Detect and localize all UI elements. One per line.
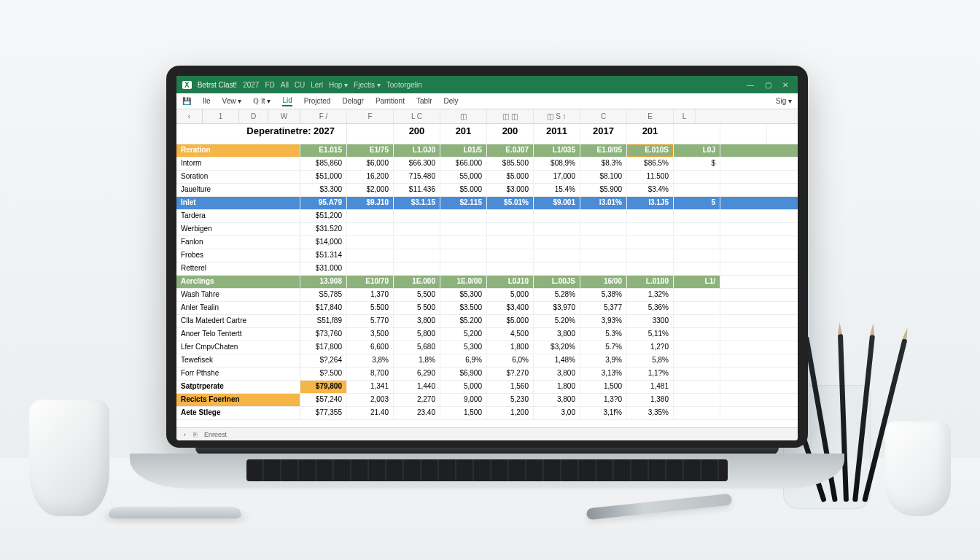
cell[interactable]: $31.520 [300,223,347,236]
cell[interactable]: 3,800 [534,328,580,341]
cell[interactable]: 3,9% [580,354,627,367]
cell[interactable]: 3300 [627,315,674,327]
cell[interactable]: L.00JS [534,276,580,288]
cell[interactable]: $ [674,158,720,170]
cell[interactable]: 5.3% [580,328,627,341]
cell[interactable]: 1,2?0 [627,341,674,354]
cell[interactable]: $2,000 [347,184,394,196]
cell[interactable] [487,236,534,249]
table-row[interactable]: Soration$51,00016,200715.48055,000$5.000… [176,171,798,184]
cell[interactable]: 8,700 [347,368,394,380]
cell[interactable]: $5.000 [487,315,534,327]
cell[interactable]: $3.1.15 [394,197,440,209]
cell[interactable]: 6,9% [440,354,487,367]
cell[interactable]: $9.J10 [347,197,394,209]
cell[interactable]: 3,00 [534,407,580,419]
cell[interactable] [674,315,720,327]
cell[interactable] [347,236,394,249]
cell[interactable]: 5,11% [627,328,674,341]
ribbon-tab[interactable]: Delagr [342,97,363,105]
cell[interactable]: 1,1?% [627,368,674,380]
cell[interactable]: $?.500 [300,368,347,380]
cell[interactable]: 17,000 [534,171,580,183]
cell[interactable] [674,289,720,301]
cell[interactable]: 1,370 [347,289,394,301]
title-part[interactable]: FD [265,81,274,89]
cell[interactable]: 1,380 [627,394,674,406]
cell[interactable]: 5,36% [627,302,674,314]
cell[interactable] [627,236,674,249]
cell[interactable]: 5,500 [394,289,440,301]
cell[interactable] [534,223,580,236]
cell[interactable] [580,249,627,262]
cell[interactable]: 95.A79 [300,197,347,209]
cell[interactable]: 1,800 [487,341,534,354]
title-part[interactable]: CU [295,81,305,89]
cell[interactable] [674,407,720,419]
cell[interactable]: $5.000 [487,171,534,183]
cell[interactable]: L1/035 [534,144,580,157]
cell[interactable]: $3,970 [534,302,580,314]
cell[interactable]: $6,900 [440,368,487,380]
cell[interactable] [627,223,674,236]
cell[interactable] [487,210,534,222]
cell[interactable]: 15.4% [534,184,580,196]
cell[interactable]: 1,500 [440,407,487,419]
cell[interactable] [674,328,720,341]
col-letter[interactable]: C [580,109,627,123]
ribbon-tab[interactable]: Tablr [416,97,432,105]
cell[interactable]: 1,800 [534,381,580,393]
cell[interactable]: L01/5 [440,144,487,157]
cell[interactable]: 3,93% [580,315,627,327]
table-row[interactable]: Retterel$31.000 [176,262,798,276]
title-part[interactable]: Fjectis ▾ [354,81,381,89]
cell[interactable] [674,223,720,236]
cell[interactable] [674,368,720,380]
cell[interactable]: 5,200 [440,328,487,341]
cell[interactable] [394,236,440,249]
cell[interactable]: 5,300 [440,341,487,354]
cell[interactable]: 2,270 [394,394,440,406]
cell[interactable]: E.010S [627,144,674,157]
cell[interactable] [580,210,627,222]
cell[interactable]: $08,9% [534,158,580,170]
table-row[interactable]: Anler Tealin$17,8405.5005 500$3.500$3,40… [176,302,798,315]
col-letter[interactable]: E [627,109,674,123]
cell[interactable]: 16/00 [580,276,627,288]
cell[interactable]: $5.000 [440,184,487,196]
col-letter[interactable]: F / [300,109,347,123]
cell[interactable] [394,262,440,275]
cell[interactable]: $5.900 [580,184,627,196]
cell[interactable]: 3,8% [347,354,394,367]
cell[interactable]: $5.01% [487,197,534,209]
cell[interactable]: L1/ [674,276,720,288]
ribbon-tab[interactable]: Vew ▾ [222,97,242,105]
cell[interactable]: $73,760 [300,328,347,341]
cell[interactable] [674,171,720,183]
cell[interactable] [627,262,674,275]
cell[interactable]: $11.436 [394,184,440,196]
table-row[interactable]: Satptrperate$79,8001,3411,4405,0001,5601… [176,381,798,394]
cell[interactable]: $14,000 [300,236,347,249]
cell[interactable] [347,210,394,222]
minimize-button[interactable]: — [744,79,757,90]
cell[interactable]: $9.001 [534,197,580,209]
cell[interactable]: $66.000 [440,158,487,170]
cell[interactable]: 5.28% [534,289,580,301]
cell[interactable]: E1/75 [347,144,394,157]
cell[interactable] [347,262,394,275]
table-row[interactable]: Aerclings13.908E10/701E.0001E.0/00L0J10L… [176,276,798,289]
cell[interactable]: 5.770 [347,315,394,327]
cell[interactable]: $3.300 [300,184,347,196]
table-row[interactable]: RerationE1.015E1/75L1.0J0L01/5E.0J07L1/0… [176,144,798,158]
cell[interactable]: 3,13% [580,368,627,380]
cell[interactable] [580,262,627,275]
cell[interactable]: S5,785 [300,289,347,301]
title-part[interactable]: All [281,81,289,89]
cell[interactable]: $5.200 [440,315,487,327]
cell[interactable] [487,262,534,275]
cell[interactable] [674,394,720,406]
col-d[interactable]: D [239,109,268,123]
cell[interactable]: $51,200 [300,210,347,222]
cell[interactable]: l3.01% [580,197,627,209]
